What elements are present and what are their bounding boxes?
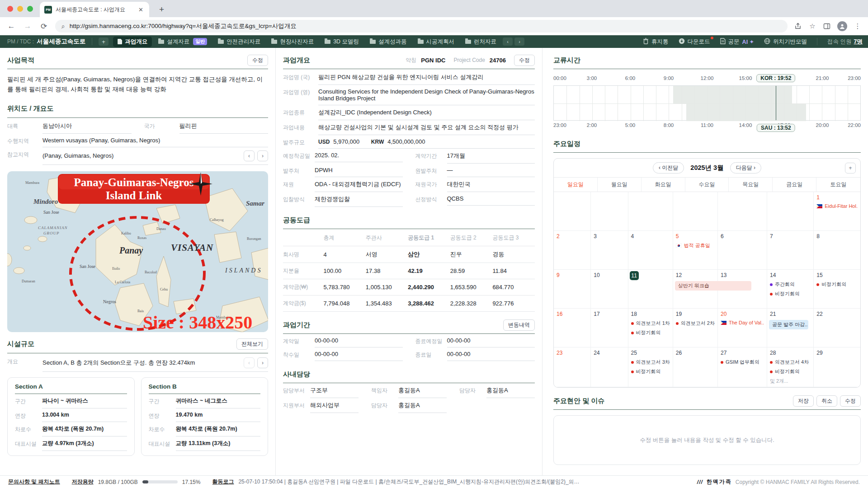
calendar-day-9[interactable]: 9 [554,270,591,309]
minimize-window-icon[interactable] [17,6,23,12]
calendar-event[interactable]: 비정기회의 [816,281,858,288]
timeline-grid[interactable] [553,85,861,121]
calendar-day-1[interactable]: 1Eidul-Fitar Hol. [814,192,860,231]
calendar-day-20[interactable]: 20The Day of Val.. [718,309,767,347]
overview-prev-icon[interactable]: ‹ [244,357,255,368]
calendar-day-15[interactable]: 15비정기회의 [814,270,860,309]
visitors-count[interactable]: 7명 [854,38,863,45]
calendar-banner-event[interactable]: 상반기 워크숍 [675,281,751,291]
nav-action-다운로드[interactable]: 다운로드 [679,38,710,46]
close-window-icon[interactable] [7,6,13,12]
calendar-event[interactable]: GSIM 업무회의 [721,359,764,366]
url-text[interactable]: http://gsim.hanmaceng.co.kr:7000/highway… [70,22,297,30]
profile-avatar[interactable] [837,21,847,31]
calendar-event[interactable]: 비정기회의 [770,368,811,375]
nav-tab-현장사진자료[interactable]: 현장사진자료 [267,37,318,47]
browser-tab[interactable]: PM 서울세종고속도로 : 사업개요 ✕ [40,2,149,17]
purpose-edit-button[interactable]: 수정 [247,55,268,66]
bookmark-star-icon[interactable]: ☆ [808,22,816,30]
calendar-day-empty[interactable] [767,192,814,231]
calendar-event[interactable]: 비정기회의 [770,291,811,297]
calendar-day-empty[interactable] [591,192,628,231]
calendar-day-empty[interactable] [718,192,767,231]
calendar-holiday-event[interactable]: The Day of Val.. [721,320,764,325]
nav-tab-과업개요[interactable]: 과업개요 [113,37,152,47]
calendar-day-23[interactable]: 23 [554,347,591,387]
calendar-day-4[interactable]: 4 [628,231,673,270]
nav-action-공문[interactable]: 공문AI ✦ [720,38,754,46]
calendar-day-empty[interactable] [628,192,673,231]
calendar-event[interactable]: 의견보고서 4차 [770,359,811,366]
storage-label[interactable]: 저장용량 [72,478,94,486]
next-month-button[interactable]: 다음달 › [730,162,761,174]
calendar-day-8[interactable]: 8 [814,231,860,270]
calendar-day-24[interactable]: 24 [591,347,628,387]
calendar-day-6[interactable]: 6 [718,231,767,270]
menu-dots-icon[interactable]: ⋮ [854,22,862,30]
calendar-day-22[interactable]: 22 [814,309,860,347]
calendar-banner-event[interactable]: 공문 발주 마감.. [769,320,808,329]
location-map-image[interactable]: MamburaMindoroSan JoseCALAMANIANGROUPSam… [7,171,268,332]
calendar-event[interactable]: 주간회의 [770,281,811,288]
back-icon[interactable]: ← [6,22,16,31]
new-tab-button[interactable]: + [156,5,168,17]
issues-edit-button[interactable]: 수정 [840,395,861,407]
overview-next-icon[interactable]: › [257,357,268,368]
calendar-day-12[interactable]: 12상반기 워크숍 [673,270,718,309]
calendar-day-7[interactable]: 7 [767,231,814,270]
address-bar[interactable]: ⌕ http://gsim.hanmaceng.co.kr:7000/highw… [55,20,788,33]
side-panel-icon[interactable] [823,22,831,30]
window-controls[interactable] [7,6,33,12]
calendar-day-14[interactable]: 14주간회의비정기회의 [767,270,814,309]
nav-tab-시공계획서[interactable]: 시공계획서 [413,37,459,47]
calendar-day-28[interactable]: 28의견보고서 4차비정기회의및 2개... [767,347,814,387]
calendar-day-5[interactable]: 5법적 공휴일 [673,231,718,270]
issues-editor[interactable]: 수정 버튼을 눌러 내용을 작성 및 수정 할 수 있습니다. [553,415,861,465]
nav-tab-3D 모델링[interactable]: 3D 모델링 [320,37,363,47]
calendar-day-26[interactable]: 26 [673,347,718,387]
nav-tab-설계자료[interactable]: 설계자료일반 [154,37,212,47]
calendar-day-25[interactable]: 25의견보고서 3차비정기회의 [628,347,673,387]
calendar-holiday-event[interactable]: 법적 공휴일 [676,242,715,249]
calendar-day-2[interactable]: 2 [554,231,591,270]
issues-save-button[interactable]: 저장 [793,395,814,407]
region-prev-icon[interactable]: ‹ [244,150,255,161]
calendar-day-10[interactable]: 10 [591,270,628,309]
inquiry-link[interactable]: 문의사항 및 패치노트 [8,478,60,486]
tab-close-icon[interactable]: ✕ [137,6,145,13]
add-tab-button[interactable]: + [99,38,108,46]
prev-month-button[interactable]: ‹ 이전달 [653,162,684,174]
share-icon[interactable] [794,22,802,30]
calendar-day-11[interactable]: 11 [628,270,673,309]
forward-icon[interactable]: → [23,22,33,31]
calendar-more-events[interactable]: 및 2개... [770,378,811,385]
calendar-day-27[interactable]: 27GSIM 업무회의 [718,347,767,387]
calendar-day-17[interactable]: 17 [591,309,628,347]
reload-icon[interactable]: ⟳ [39,22,49,31]
maximize-window-icon[interactable] [27,6,33,12]
nav-tab-런처자료[interactable]: 런처자료 [461,37,501,47]
calendar-day-16[interactable]: 16 [554,309,591,347]
tabs-scroll-right-icon[interactable]: › [514,38,524,46]
calendar-event[interactable]: 의견보고서 3차 [631,359,670,366]
facility-view-all-button[interactable]: 전체보기 [236,338,268,350]
activity-log-label[interactable]: 활동로그 [212,478,234,486]
calendar-day-empty[interactable] [554,192,591,231]
tabs-scroll-left-icon[interactable]: ‹ [503,38,513,46]
region-next-icon[interactable]: › [257,150,268,161]
nav-tab-안전관리자료[interactable]: 안전관리자료 [213,37,265,47]
calendar-event[interactable]: 의견보고서 1차 [631,320,670,327]
calendar-day-18[interactable]: 18의견보고서 1차비정기회의 [628,309,673,347]
calendar-holiday-event[interactable]: Eidul-Fitar Hol. [816,203,858,209]
add-event-button[interactable]: + [845,163,856,174]
period-history-button[interactable]: 변동내역 [503,319,535,331]
calendar-day-empty[interactable] [673,192,718,231]
calendar-day-3[interactable]: 3 [591,231,628,270]
issues-cancel-button[interactable]: 취소 [816,395,837,407]
calendar-day-21[interactable]: 21공문 발주 마감.. [767,309,814,347]
task-edit-button[interactable]: 수정 [514,55,535,66]
calendar-day-29[interactable]: 29 [814,347,860,387]
calendar-event[interactable]: 비정기회의 [631,329,670,336]
nav-action-휴지통[interactable]: 휴지통 [643,38,669,46]
calendar-event[interactable]: 의견보고서 2차 [676,320,715,327]
